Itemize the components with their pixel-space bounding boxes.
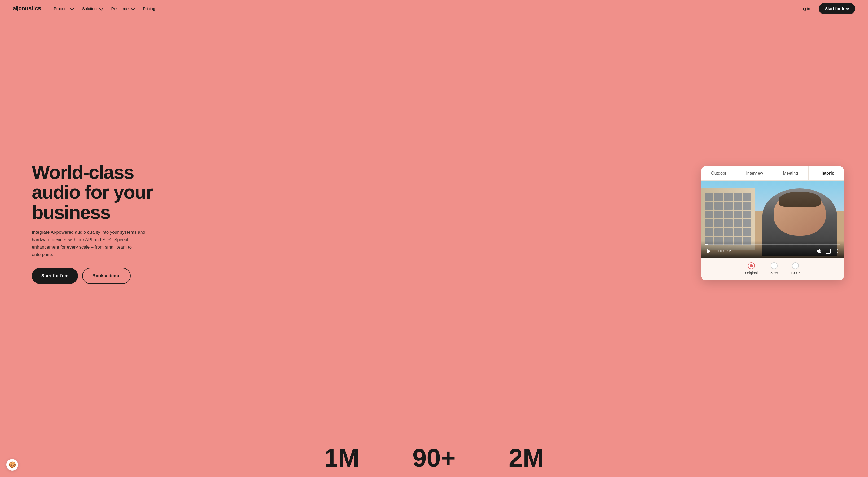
- chevron-down-icon: [131, 6, 135, 10]
- hero-section: World-class audio for your business Inte…: [0, 17, 868, 435]
- nav-right: Log in Start for free: [795, 3, 855, 14]
- nav-left: aicoustics Products Solutions Resources …: [13, 4, 158, 13]
- nav-resources-label: Resources: [111, 6, 130, 11]
- nav-pricing-label: Pricing: [143, 6, 155, 11]
- radio-circle-50: [771, 262, 778, 269]
- volume-button[interactable]: [816, 249, 822, 254]
- radio-50[interactable]: 50%: [770, 262, 778, 275]
- video-tabs: Outdoor Interview Meeting Historic: [701, 166, 844, 181]
- radio-circle-original: [748, 262, 755, 269]
- building-windows: [704, 192, 753, 246]
- stat-1m: 1M: [324, 445, 359, 471]
- progress-bar[interactable]: [705, 244, 840, 245]
- radio-dot: [750, 264, 753, 267]
- hero-text: World-class audio for your business Inte…: [32, 162, 180, 284]
- logo[interactable]: aicoustics: [13, 5, 41, 12]
- video-controls: 0:00 / 0:22: [701, 241, 844, 258]
- nav-links: Products Solutions Resources Pricing: [51, 4, 158, 13]
- person-face: [774, 192, 826, 235]
- chevron-down-icon: [70, 6, 74, 10]
- controls-row: 0:00 / 0:22: [705, 248, 840, 255]
- stat-number-90: 90+: [412, 445, 456, 471]
- start-for-free-button[interactable]: Start for free: [819, 3, 855, 14]
- person-hair: [779, 192, 820, 207]
- video-radio-bar: Original 50% 100%: [701, 258, 844, 280]
- radio-label-50: 50%: [770, 271, 778, 275]
- stat-number-2m: 2M: [508, 445, 544, 471]
- radio-100[interactable]: 100%: [790, 262, 800, 275]
- svg-rect-0: [816, 250, 818, 252]
- radio-circle-100: [792, 262, 799, 269]
- cookie-icon: 🍪: [9, 462, 16, 468]
- chevron-down-icon: [99, 6, 103, 10]
- login-button[interactable]: Log in: [795, 4, 814, 13]
- hero-subtitle: Integrate AI-powered audio quality into …: [32, 229, 149, 258]
- play-icon: [707, 249, 711, 253]
- controls-left: 0:00 / 0:22: [705, 248, 731, 255]
- volume-icon: [816, 249, 822, 253]
- hero-demo-button[interactable]: Book a demo: [82, 268, 131, 284]
- progress-fill: [705, 244, 708, 245]
- hero-title: World-class audio for your business: [32, 162, 180, 223]
- nav-solutions-label: Solutions: [82, 6, 99, 11]
- hero-start-button[interactable]: Start for free: [32, 268, 78, 284]
- nav-products-label: Products: [54, 6, 69, 11]
- navbar: aicoustics Products Solutions Resources …: [0, 0, 868, 17]
- stats-section: 1M 90+ 2M: [0, 435, 868, 477]
- tab-meeting[interactable]: Meeting: [773, 166, 809, 181]
- nav-link-pricing[interactable]: Pricing: [140, 4, 158, 13]
- radio-label-100: 100%: [790, 271, 800, 275]
- tab-interview[interactable]: Interview: [737, 166, 773, 181]
- svg-rect-2: [826, 249, 830, 253]
- logo-coustics: coustics: [18, 5, 41, 12]
- radio-label-original: Original: [745, 271, 758, 275]
- svg-marker-1: [818, 249, 820, 253]
- video-player: 0:00 / 0:22: [701, 181, 844, 258]
- play-button[interactable]: [705, 248, 713, 255]
- nav-link-solutions[interactable]: Solutions: [79, 4, 106, 13]
- nav-link-resources[interactable]: Resources: [108, 4, 138, 13]
- more-options-button[interactable]: ⋮: [835, 249, 840, 254]
- fullscreen-icon: [826, 249, 831, 254]
- controls-right: ⋮: [816, 249, 840, 254]
- stat-number-1m: 1M: [324, 445, 359, 471]
- tab-historic[interactable]: Historic: [809, 166, 844, 181]
- tab-outdoor[interactable]: Outdoor: [701, 166, 737, 181]
- time-display: 0:00 / 0:22: [716, 249, 731, 253]
- stat-90: 90+: [412, 445, 456, 471]
- logo-separator: [18, 6, 18, 11]
- hero-visual: Outdoor Interview Meeting Historic: [698, 166, 847, 280]
- fullscreen-button[interactable]: [826, 249, 831, 254]
- radio-original[interactable]: Original: [745, 262, 758, 275]
- video-card: Outdoor Interview Meeting Historic: [701, 166, 844, 280]
- more-icon: ⋮: [835, 249, 840, 254]
- cookie-consent-badge[interactable]: 🍪: [6, 459, 18, 471]
- stat-2m: 2M: [508, 445, 544, 471]
- logo-ai: ai: [13, 5, 17, 12]
- nav-link-products[interactable]: Products: [51, 4, 77, 13]
- hero-buttons: Start for free Book a demo: [32, 268, 180, 284]
